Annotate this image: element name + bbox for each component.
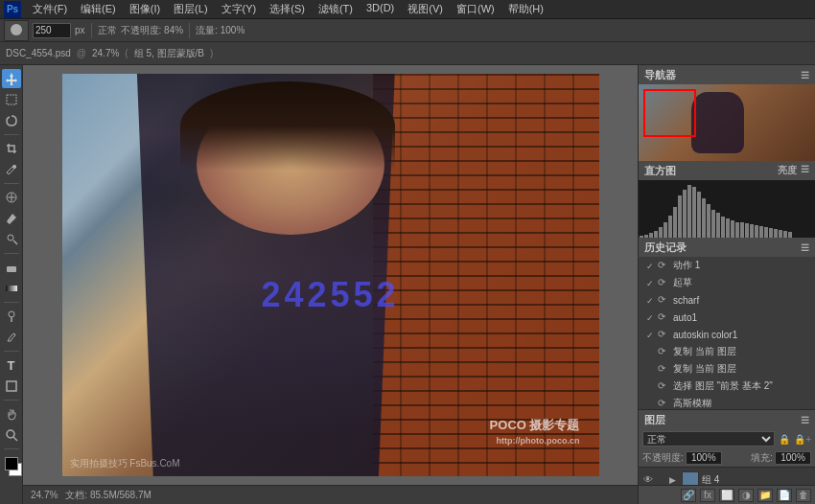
histogram-bar [783, 231, 787, 238]
history-item[interactable]: ✓ ⟳ autoskin color1 [639, 326, 815, 343]
opacity-label: 不透明度: 84% [121, 24, 184, 37]
text-tool[interactable]: T [2, 355, 21, 375]
eyedropper-tool[interactable] [2, 160, 21, 179]
histogram-bar [668, 216, 672, 238]
blend-mode-select[interactable]: 正常 正片叠底 滤色 叠加 [642, 431, 775, 447]
clone-stamp-tool[interactable] [2, 230, 21, 249]
history-panel: 历史记录 ☰ ✓ ⟳ 动作 1 ✓ ⟳ 起草 ✓ ⟳ scharf ✓ ⟳ au… [639, 238, 815, 410]
menu-image[interactable]: 图像(I) [124, 1, 166, 17]
history-item[interactable]: ✓ ⟳ 起草 [639, 274, 815, 291]
delete-layer-btn[interactable]: 🗑 [796, 489, 811, 502]
selection-tool[interactable] [2, 90, 21, 109]
histogram-header[interactable]: 直方图 亮度 ☰ [639, 161, 815, 180]
navigator-panel: 导航器 ☰ − 24.66% + [639, 65, 815, 161]
histogram-bar [740, 222, 744, 238]
history-item-icon: ⟳ [658, 363, 669, 375]
menu-layer[interactable]: 图层(L) [168, 1, 213, 17]
opacity-input[interactable] [686, 451, 722, 465]
file-name-label: DSC_4554.psd [6, 48, 71, 58]
hand-tool[interactable] [2, 404, 21, 424]
svg-point-13 [7, 430, 14, 438]
add-group-btn[interactable]: 📁 [757, 489, 773, 502]
fill-input[interactable] [775, 451, 811, 465]
brush-size-input[interactable] [33, 23, 71, 38]
add-adjustment-btn[interactable]: ◑ [738, 489, 754, 502]
history-item[interactable]: ✓ ⟳ 动作 1 [639, 257, 815, 274]
svg-point-10 [9, 311, 14, 317]
zoom-tool[interactable] [2, 425, 21, 445]
history-item[interactable]: ✓ ⟳ auto1 [639, 309, 815, 326]
layers-menu-icon[interactable]: ☰ [801, 415, 809, 425]
history-check-icon: ✓ [646, 279, 654, 286]
history-header[interactable]: 历史记录 ☰ [639, 238, 815, 257]
add-layer-btn[interactable]: 📄 [777, 489, 792, 502]
history-item[interactable]: ✓ ⟳ scharf [639, 291, 815, 309]
histogram-bar [640, 236, 643, 238]
history-item[interactable]: ⟳ 高斯模糊 [639, 395, 815, 410]
menu-edit[interactable]: 编辑(E) [75, 1, 122, 17]
history-item-label: scharf [673, 295, 699, 306]
lock-all-icon[interactable]: 🔒+ [794, 434, 811, 445]
close-paren: ) [210, 48, 213, 58]
navigator-viewport-box[interactable] [643, 89, 696, 137]
history-item-label: 复制 当前 图层 [673, 362, 736, 376]
size-label: px [75, 25, 85, 35]
brush-tool[interactable] [2, 209, 21, 228]
layer-fold-icon[interactable]: ▶ [669, 475, 679, 485]
menu-select[interactable]: 选择(S) [264, 1, 311, 17]
canvas-content[interactable]: 242552 POCO 摄影专题 http://photo.poco.cn 实用… [23, 65, 638, 485]
menu-view[interactable]: 视图(V) [402, 1, 449, 17]
menu-3d[interactable]: 3D(D) [361, 1, 400, 17]
histogram-bar [759, 226, 763, 238]
histogram-bar [716, 213, 720, 238]
histogram-bar [697, 192, 701, 238]
histogram-bar [702, 198, 706, 238]
add-style-btn[interactable]: fx [700, 489, 715, 502]
opacity-label: 不透明度: [642, 451, 684, 465]
histogram-bar [745, 223, 749, 238]
pen-tool[interactable] [2, 328, 21, 347]
history-item[interactable]: ⟳ 选择 图层 "前景 基本 2" [639, 378, 815, 395]
navigator-preview[interactable] [639, 84, 815, 161]
tool-preset-btn[interactable] [4, 20, 29, 41]
gradient-tool[interactable] [2, 279, 21, 298]
menu-filter[interactable]: 滤镜(T) [313, 1, 359, 17]
menu-text[interactable]: 文字(Y) [216, 1, 263, 17]
histogram-bar [774, 229, 778, 238]
histogram-bar [769, 228, 773, 238]
history-item-icon: ⟳ [658, 294, 669, 306]
dodge-tool[interactable] [2, 307, 21, 326]
menu-bar: Ps 文件(F) 编辑(E) 图像(I) 图层(L) 文字(Y) 选择(S) 滤… [0, 0, 815, 19]
menu-file[interactable]: 文件(F) [27, 1, 73, 17]
main-layout: T [0, 65, 815, 504]
healing-tool[interactable] [2, 188, 21, 207]
foreground-color[interactable] [5, 457, 18, 470]
layer-visibility-icon[interactable]: 👁 [642, 474, 654, 486]
layer-item[interactable]: 👁 ▶ 组 4 [639, 468, 815, 485]
add-mask-btn[interactable]: ⬜ [719, 489, 734, 502]
histogram-menu-icon[interactable]: ☰ [801, 164, 809, 177]
history-check-icon [646, 382, 654, 390]
navigator-menu-icon[interactable]: ☰ [801, 70, 809, 80]
fill-label: 填充: [751, 451, 773, 465]
eraser-tool[interactable] [2, 258, 21, 277]
navigator-header[interactable]: 导航器 ☰ [639, 65, 815, 84]
shape-tool[interactable] [2, 377, 21, 396]
history-item[interactable]: ⟳ 复制 当前 图层 [639, 360, 815, 378]
link-layers-btn[interactable]: 🔗 [681, 489, 696, 502]
crop-tool[interactable] [2, 139, 21, 158]
menu-help[interactable]: 帮助(H) [502, 1, 549, 17]
move-tool[interactable] [2, 69, 21, 88]
history-item-icon: ⟳ [658, 398, 669, 409]
flow-label: 流量: 100% [196, 24, 244, 37]
layers-header[interactable]: 图层 ☰ [639, 410, 815, 429]
menu-window[interactable]: 窗口(W) [451, 1, 501, 17]
history-menu-icon[interactable]: ☰ [801, 242, 809, 253]
lock-icon: 🔒 [779, 434, 790, 445]
history-items-list: ✓ ⟳ 动作 1 ✓ ⟳ 起草 ✓ ⟳ scharf ✓ ⟳ auto1 ✓ ⟳… [639, 257, 815, 410]
status-bar: 24.7% 文档: 85.5M/568.7M [23, 485, 638, 504]
sep1 [91, 23, 92, 38]
history-item[interactable]: ⟳ 复制 当前 图层 [639, 343, 815, 360]
lasso-tool[interactable] [2, 111, 21, 130]
color-boxes[interactable] [5, 457, 18, 484]
